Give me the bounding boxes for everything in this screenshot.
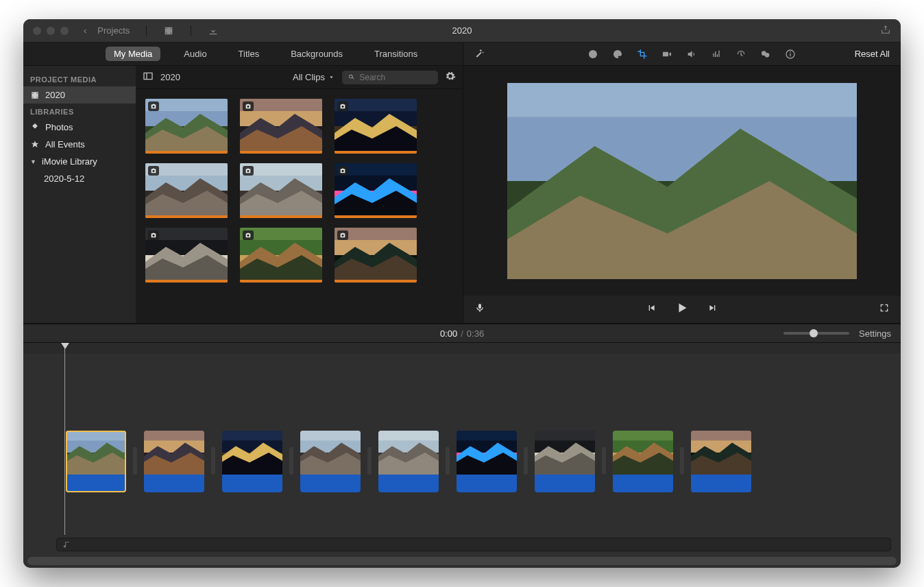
fullscreen-icon[interactable]	[879, 302, 890, 316]
timeline[interactable]	[23, 343, 901, 568]
titlebar: ‹ Projects 2020	[23, 19, 901, 43]
timeline-ruler[interactable]	[23, 343, 901, 354]
sidebar-imovie-library-label: iMovie Library	[42, 156, 97, 167]
media-browser: My MediaAudioTitlesBackgroundsTransition…	[23, 43, 463, 323]
toggle-sidebar-icon[interactable]	[143, 71, 154, 84]
audio-lane[interactable]	[56, 538, 891, 551]
sidebar-all-events-label: All Events	[45, 139, 85, 149]
color-correct-icon[interactable]	[612, 49, 623, 60]
sidebar: PROJECT MEDIA 2020 LIBRARIES Photos All …	[23, 66, 136, 323]
media-tabs: My MediaAudioTitlesBackgroundsTransition…	[23, 43, 463, 66]
timeline-scrollbar[interactable]	[27, 557, 897, 565]
timeline-clip[interactable]	[66, 431, 126, 492]
browser-clip[interactable]	[335, 163, 417, 218]
browser-settings-icon[interactable]	[445, 71, 456, 84]
flower-icon	[30, 123, 40, 132]
browser-clip[interactable]	[335, 99, 417, 154]
noise-icon[interactable]	[711, 49, 722, 60]
info-icon[interactable]	[785, 49, 796, 60]
viewer-toolbar: Reset All	[463, 43, 901, 66]
transition-handle[interactable]	[680, 447, 684, 475]
zoom-slider[interactable]	[783, 332, 849, 335]
media-tab-backgrounds[interactable]: Backgrounds	[282, 47, 351, 61]
color-balance-icon[interactable]	[587, 49, 598, 60]
timeline-clip[interactable]	[457, 431, 517, 492]
libraries-heading: LIBRARIES	[23, 104, 136, 119]
import-icon[interactable]	[208, 25, 219, 36]
play-button[interactable]	[674, 300, 690, 318]
transition-handle[interactable]	[133, 447, 137, 475]
camera-icon	[337, 101, 348, 111]
sidebar-project[interactable]: 2020	[23, 86, 136, 104]
back-button[interactable]: ‹	[84, 25, 86, 36]
projects-button[interactable]: Projects	[97, 25, 130, 36]
playhead[interactable]	[64, 343, 65, 535]
browser-clip[interactable]	[240, 163, 322, 218]
timeline-clip[interactable]	[691, 431, 751, 492]
star-icon	[30, 140, 40, 149]
transition-handle[interactable]	[211, 447, 215, 475]
timeline-clip[interactable]	[144, 431, 204, 492]
media-tab-audio[interactable]: Audio	[175, 47, 215, 61]
share-icon[interactable]	[880, 24, 891, 38]
transition-handle[interactable]	[524, 447, 528, 475]
window-controls[interactable]	[23, 27, 69, 35]
stabilize-icon[interactable]	[661, 49, 672, 60]
music-icon	[62, 540, 72, 552]
reset-all-button[interactable]: Reset All	[855, 49, 890, 59]
timeline-clip[interactable]	[222, 431, 282, 492]
preview-canvas[interactable]	[463, 66, 901, 296]
upper-pane: My MediaAudioTitlesBackgroundsTransition…	[23, 43, 901, 324]
speed-icon[interactable]	[735, 49, 746, 60]
sidebar-project-label: 2020	[45, 90, 65, 100]
clip-browser: 2020 All Clips	[136, 66, 463, 323]
media-tab-my-media[interactable]: My Media	[106, 47, 160, 61]
volume-icon[interactable]	[686, 49, 697, 60]
prev-frame-button[interactable]	[646, 302, 657, 316]
camera-icon	[243, 166, 254, 176]
transition-handle[interactable]	[446, 447, 450, 475]
record-voiceover-icon[interactable]	[474, 302, 485, 316]
sidebar-all-events[interactable]: All Events	[23, 136, 136, 153]
search-input[interactable]	[359, 73, 433, 82]
browser-clip[interactable]	[240, 228, 322, 283]
sidebar-event-label: 2020-5-12	[44, 173, 84, 184]
sidebar-event[interactable]: 2020-5-12	[23, 170, 136, 187]
current-time: 0:00	[440, 328, 457, 339]
transition-handle[interactable]	[367, 447, 372, 475]
timeline-clip[interactable]	[300, 431, 361, 492]
timeline-clip[interactable]	[535, 431, 595, 492]
browser-clip[interactable]	[240, 99, 322, 154]
camera-icon	[148, 101, 159, 111]
clip-filter-label: All Clips	[293, 72, 325, 82]
browser-clip[interactable]	[145, 163, 228, 218]
browser-clip[interactable]	[145, 99, 228, 154]
disclosure-triangle-icon[interactable]: ▼	[30, 158, 36, 165]
next-frame-button[interactable]	[707, 302, 718, 316]
sidebar-imovie-library[interactable]: ▼ iMovie Library	[23, 153, 136, 170]
transport-bar	[463, 296, 901, 323]
transition-handle[interactable]	[602, 447, 606, 475]
browser-clip[interactable]	[145, 228, 228, 283]
magic-wand-icon[interactable]	[474, 49, 485, 60]
media-tab-titles[interactable]: Titles	[230, 47, 268, 61]
timeline-clip[interactable]	[613, 431, 673, 492]
crop-icon[interactable]	[637, 49, 648, 60]
sidebar-photos[interactable]: Photos	[23, 119, 136, 136]
search-icon	[348, 73, 355, 82]
chevron-down-icon	[328, 73, 335, 81]
transition-handle[interactable]	[289, 447, 293, 475]
clip-filter-dropdown[interactable]: All Clips	[293, 72, 335, 82]
search-field[interactable]	[342, 71, 438, 84]
filters-icon[interactable]	[760, 49, 771, 60]
browser-breadcrumb[interactable]: 2020	[160, 72, 180, 82]
library-toggle-icon[interactable]	[163, 25, 174, 36]
viewer: Reset All	[463, 43, 901, 323]
sidebar-photos-label: Photos	[45, 122, 73, 132]
browser-clip[interactable]	[335, 228, 417, 283]
camera-icon	[337, 166, 348, 176]
preview-frame	[507, 83, 857, 279]
timeline-clip[interactable]	[378, 431, 439, 492]
media-tab-transitions[interactable]: Transitions	[366, 47, 426, 61]
timeline-settings-button[interactable]: Settings	[859, 328, 891, 339]
